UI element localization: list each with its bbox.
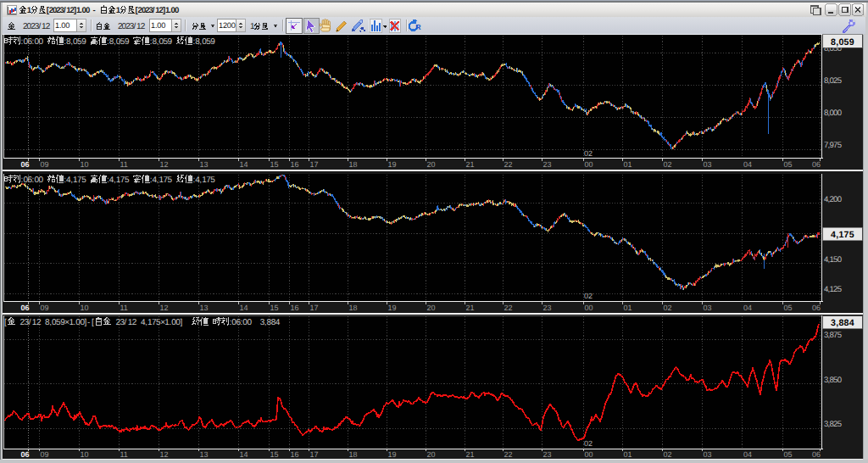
svg-text:3,884: 3,884 [831,318,854,328]
svg-text:01: 01 [624,304,632,312]
svg-text:22: 22 [504,450,513,459]
svg-text:21: 21 [466,160,475,169]
svg-text:20: 20 [427,450,436,459]
svg-text:13: 13 [200,450,209,459]
svg-text:11: 11 [120,160,128,169]
svg-text:9: 9 [81,37,86,47]
svg-text:09: 09 [41,160,49,169]
svg-text:03: 03 [704,160,712,169]
svg-text:4: 4 [275,318,281,327]
svg-text:4,175: 4,175 [831,230,854,240]
svg-text:0: 0 [39,176,44,185]
svg-text:0: 0 [247,318,252,327]
svg-text:18: 18 [349,304,358,312]
svg-text:02: 02 [584,149,593,158]
svg-text:14: 14 [240,450,248,459]
svg-text:04: 04 [743,450,752,459]
svg-text:9: 9 [210,37,215,47]
svg-text:12: 12 [160,160,169,169]
svg-text:19: 19 [388,160,397,169]
svg-text:R: R [415,23,421,31]
svg-text:04: 04 [743,160,752,169]
svg-text:01: 01 [624,160,632,169]
svg-text:1200: 1200 [219,21,236,30]
svg-text:06: 06 [812,304,821,312]
svg-text:16: 16 [291,160,299,169]
svg-text:20: 20 [427,160,436,169]
svg-text:4,200: 4,200 [824,195,842,204]
svg-text:02: 02 [584,439,593,448]
svg-text:09: 09 [41,450,49,459]
svg-text:00: 00 [585,450,593,459]
svg-text:8,000: 8,000 [824,109,842,118]
svg-text:02: 02 [664,450,672,459]
svg-text:2: 2 [141,22,146,31]
svg-text:23: 23 [543,304,552,312]
svg-text:1: 1 [116,6,121,15]
svg-text:2: 2 [132,318,137,327]
svg-text:00: 00 [585,304,593,312]
svg-text:19: 19 [388,304,397,312]
svg-text:05: 05 [784,450,793,459]
svg-text:3,825: 3,825 [824,420,842,429]
svg-text:03: 03 [704,304,712,312]
svg-text:17: 17 [310,160,319,169]
svg-text:5: 5 [81,176,86,185]
svg-text:20: 20 [427,304,436,312]
svg-text:23: 23 [543,450,552,459]
svg-text:/: / [125,318,127,327]
svg-text:-: - [93,6,96,15]
svg-text:8,059: 8,059 [831,37,854,47]
svg-text:4,150: 4,150 [824,255,842,265]
svg-text:10: 10 [81,304,89,312]
svg-text:22: 22 [504,304,513,312]
svg-text:16: 16 [291,304,299,312]
svg-text:1: 1 [27,6,32,15]
svg-text:5: 5 [210,176,215,185]
svg-text:12: 12 [160,304,169,312]
svg-text:13: 13 [200,160,209,169]
svg-text:06: 06 [21,160,30,169]
svg-text:2: 2 [36,318,42,327]
svg-text:17: 17 [310,304,319,312]
svg-text:16: 16 [291,450,299,459]
svg-text:]: ] [180,318,182,327]
svg-text:15: 15 [270,304,279,312]
svg-text:06: 06 [812,450,821,459]
svg-text:10: 10 [81,450,89,459]
svg-text:17: 17 [310,450,319,459]
svg-text:14: 14 [240,160,248,169]
svg-text:/: / [133,22,136,31]
svg-text:19: 19 [388,450,397,459]
svg-text:09: 09 [41,304,49,312]
svg-text:06: 06 [812,160,821,169]
svg-text:10: 10 [81,160,89,169]
svg-text:/: / [38,22,41,31]
svg-text:05: 05 [784,160,793,169]
svg-text:0: 0 [39,37,44,47]
svg-text:18: 18 [349,160,358,169]
svg-text:05: 05 [784,304,793,312]
svg-text:15: 15 [270,160,279,169]
svg-text:00: 00 [585,160,593,169]
svg-text:02: 02 [664,304,672,312]
svg-text:21: 21 [466,450,475,459]
svg-text:03: 03 [704,450,712,459]
svg-text:01: 01 [624,450,632,459]
svg-text:5: 5 [168,176,173,185]
svg-text:02: 02 [584,292,593,300]
svg-text:[: [ [4,318,7,327]
svg-text:/: / [29,318,31,327]
svg-text:3,850: 3,850 [824,376,842,385]
svg-text:1.00: 1.00 [151,21,165,30]
svg-text:06: 06 [21,304,30,312]
svg-text:02: 02 [664,160,672,169]
svg-text:1.00: 1.00 [55,21,70,30]
svg-text:9: 9 [125,37,130,47]
svg-text:18: 18 [349,450,358,459]
svg-text:22: 22 [504,160,513,169]
svg-text:5: 5 [125,176,130,185]
svg-text:11: 11 [120,450,128,459]
svg-text:15: 15 [270,450,279,459]
svg-text:21: 21 [466,304,475,312]
